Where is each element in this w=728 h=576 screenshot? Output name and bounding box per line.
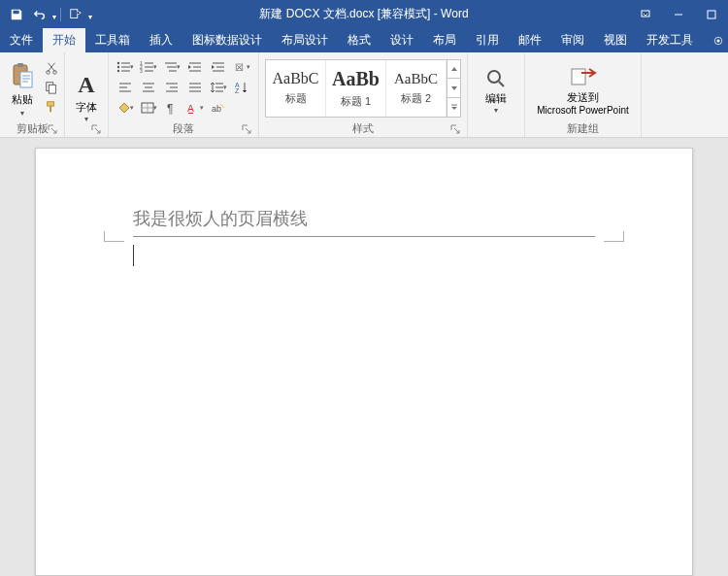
borders-button[interactable]: ▾ bbox=[138, 98, 159, 117]
undo-button[interactable] bbox=[29, 4, 50, 25]
align-center-button[interactable] bbox=[138, 78, 159, 96]
group-paragraph: ▾ 123▾ ▾ ☒▾ ▾ AZ ▾ ▾ ¶ A̲▾ ab 段落 bbox=[109, 52, 259, 137]
tab-layout-design[interactable]: 布局设计 bbox=[272, 28, 338, 52]
window-title: 新建 DOCX 文档.docx [兼容模式] - Word bbox=[259, 6, 468, 22]
style-item-heading1[interactable]: AaBb 标题 1 bbox=[326, 60, 386, 117]
tab-review[interactable]: 审阅 bbox=[551, 28, 594, 52]
paragraph-extra-button[interactable]: ab bbox=[208, 98, 229, 117]
font-button[interactable]: A 字体 ▾ bbox=[69, 66, 104, 123]
tab-references[interactable]: 引用 bbox=[466, 28, 509, 52]
tab-insert[interactable]: 插入 bbox=[140, 28, 182, 52]
svg-rect-30 bbox=[572, 69, 585, 85]
header-text: 我是很烦人的页眉横线 bbox=[133, 207, 595, 230]
clipboard-group-label: 剪贴板 bbox=[4, 119, 60, 137]
svg-rect-8 bbox=[17, 63, 23, 67]
clipboard-launcher[interactable] bbox=[47, 124, 58, 136]
font-a-icon: A bbox=[78, 72, 94, 98]
editing-group-label bbox=[472, 122, 520, 137]
justify-button[interactable] bbox=[184, 78, 206, 96]
ribbon-options-button[interactable] bbox=[629, 0, 662, 28]
group-newgroup: 发送到 Microsoft PowerPoint 新建组 bbox=[525, 52, 642, 137]
svg-text:A̲: A̲ bbox=[187, 103, 194, 114]
paste-caret-icon: ▾ bbox=[20, 109, 24, 118]
style-item-heading2[interactable]: AaBbC 标题 2 bbox=[386, 60, 447, 117]
paste-icon bbox=[11, 61, 34, 90]
group-editing: 编辑 ▾ bbox=[468, 52, 525, 137]
tab-view[interactable]: 视图 bbox=[594, 28, 637, 52]
tab-file[interactable]: 文件 bbox=[0, 28, 43, 52]
svg-rect-0 bbox=[71, 9, 78, 17]
align-right-button[interactable] bbox=[161, 78, 182, 96]
page[interactable]: 我是很烦人的页眉横线 bbox=[35, 148, 693, 576]
tab-toolbox[interactable]: 工具箱 bbox=[85, 28, 140, 52]
tab-page-layout[interactable]: 布局 bbox=[423, 28, 466, 52]
tab-developer[interactable]: 开发工具 bbox=[637, 28, 703, 52]
group-font: A 字体 ▾ bbox=[65, 52, 109, 137]
tab-design[interactable]: 设计 bbox=[381, 28, 423, 52]
gallery-down-button[interactable] bbox=[447, 79, 460, 98]
tab-home[interactable]: 开始 bbox=[43, 28, 85, 52]
font-group-label bbox=[69, 134, 104, 137]
svg-rect-15 bbox=[50, 106, 51, 112]
svg-point-18 bbox=[117, 69, 119, 71]
font-launcher[interactable] bbox=[90, 124, 102, 136]
styles-launcher[interactable] bbox=[449, 124, 461, 136]
editing-label: 编辑 bbox=[485, 91, 507, 106]
undo-caret-icon[interactable]: ▾ bbox=[52, 13, 56, 21]
page-header[interactable]: 我是很烦人的页眉横线 bbox=[133, 207, 595, 266]
maximize-button[interactable] bbox=[695, 0, 728, 28]
title-bar: ▾ ▾ 新建 DOCX 文档.docx [兼容模式] - Word bbox=[0, 0, 728, 28]
numbering-button[interactable]: 123▾ bbox=[138, 57, 159, 76]
style-item-title[interactable]: AaBbC 标题 bbox=[266, 60, 326, 117]
cut-button[interactable] bbox=[43, 59, 60, 77]
svg-rect-3 bbox=[708, 11, 715, 18]
paragraph-launcher[interactable] bbox=[241, 124, 252, 136]
decrease-indent-button[interactable] bbox=[184, 57, 206, 76]
ribbon-tabs: 文件 开始 工具箱 插入 图标数据设计 布局设计 格式 设计 布局 引用 邮件 … bbox=[0, 28, 728, 52]
svg-text:☒: ☒ bbox=[235, 62, 244, 73]
svg-rect-13 bbox=[49, 85, 55, 93]
editing-caret-icon: ▾ bbox=[494, 106, 498, 115]
newgroup-label: 新建组 bbox=[529, 119, 637, 137]
asian-text-button[interactable]: ☒▾ bbox=[231, 57, 252, 76]
send-to-icon bbox=[570, 65, 597, 88]
window-controls bbox=[629, 0, 728, 28]
svg-point-5 bbox=[717, 39, 720, 42]
show-hide-marks-button[interactable]: ¶ bbox=[161, 98, 182, 117]
format-painter-button[interactable] bbox=[43, 98, 60, 116]
multilevel-list-button[interactable]: ▾ bbox=[161, 57, 182, 76]
svg-text:ab: ab bbox=[212, 104, 221, 114]
font-caret-icon: ▾ bbox=[84, 115, 88, 123]
svg-point-29 bbox=[488, 71, 500, 83]
increase-indent-button[interactable] bbox=[208, 57, 229, 76]
save-button[interactable] bbox=[6, 4, 27, 25]
find-button[interactable]: 编辑 ▾ bbox=[472, 62, 520, 115]
send-to-label: 发送到 bbox=[567, 90, 599, 105]
minimize-button[interactable] bbox=[662, 0, 695, 28]
document-area: 我是很烦人的页眉横线 bbox=[0, 138, 728, 576]
align-left-button[interactable] bbox=[115, 78, 136, 96]
qat-customize-caret-icon[interactable]: ▾ bbox=[88, 13, 92, 21]
tab-mailings[interactable]: 邮件 bbox=[509, 28, 551, 52]
paragraph-group-label: 段落 bbox=[113, 119, 254, 137]
tab-format[interactable]: 格式 bbox=[338, 28, 381, 52]
svg-text:Z: Z bbox=[235, 87, 240, 94]
paste-label: 粘贴 bbox=[12, 92, 33, 107]
shading-button[interactable]: ▾ bbox=[115, 98, 136, 117]
gallery-more-button[interactable] bbox=[447, 98, 460, 117]
svg-text:¶: ¶ bbox=[167, 102, 173, 115]
group-styles: AaBbC 标题 AaBb 标题 1 AaBbC 标题 2 样 bbox=[259, 52, 468, 137]
bullets-button[interactable]: ▾ bbox=[115, 57, 136, 76]
line-spacing-button[interactable]: ▾ bbox=[208, 78, 229, 96]
styles-gallery: AaBbC 标题 AaBb 标题 1 AaBbC 标题 2 bbox=[265, 59, 461, 118]
svg-rect-9 bbox=[20, 72, 32, 87]
distributed-button[interactable]: A̲▾ bbox=[184, 98, 206, 117]
send-to-powerpoint-button[interactable]: 发送到 Microsoft PowerPoint bbox=[530, 59, 637, 116]
touch-mode-button[interactable] bbox=[65, 4, 86, 25]
copy-button[interactable] bbox=[43, 79, 60, 96]
tell-me-field[interactable]: 告诉我... bbox=[703, 28, 728, 52]
sort-button[interactable]: AZ bbox=[231, 78, 252, 96]
gallery-up-button[interactable] bbox=[447, 60, 460, 80]
paste-button[interactable]: 粘贴 ▾ bbox=[4, 57, 41, 118]
tab-chartdata[interactable]: 图标数据设计 bbox=[182, 28, 272, 52]
